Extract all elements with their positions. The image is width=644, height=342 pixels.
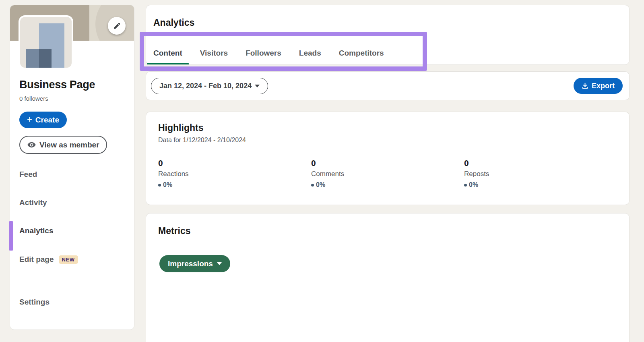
delta-dot-icon — [464, 184, 467, 187]
delta-value: 0% — [163, 181, 172, 189]
stat-value: 0 — [158, 158, 311, 168]
stat-label: Comments — [311, 170, 464, 178]
sidebar-item-settings[interactable]: Settings — [19, 298, 50, 307]
delta-dot-icon — [311, 184, 314, 187]
create-button[interactable]: + Create — [19, 112, 67, 128]
sidebar-item-analytics[interactable]: Analytics — [19, 226, 53, 235]
analytics-tabs: Content Visitors Followers Leads Competi… — [147, 41, 395, 64]
metrics-card: Metrics Impressions — [146, 213, 629, 342]
export-button[interactable]: Export — [574, 78, 623, 94]
tab-label: Content — [153, 49, 182, 58]
tab-competitors[interactable]: Competitors — [332, 41, 390, 64]
export-button-label: Export — [592, 82, 615, 90]
page-title: Business Page — [19, 79, 95, 91]
tab-label: Visitors — [200, 49, 228, 58]
page-logo — [20, 17, 72, 68]
download-icon — [582, 83, 588, 89]
metrics-title: Metrics — [158, 226, 617, 236]
stat-label: Reposts — [464, 170, 617, 178]
stat-reposts: 0 Reposts 0% — [464, 158, 617, 189]
tab-label: Competitors — [339, 49, 384, 58]
stat-delta: 0% — [464, 181, 617, 189]
sidebar-item-label: Edit page — [19, 255, 54, 264]
stat-value: 0 — [311, 158, 464, 168]
sidebar-item-activity[interactable]: Activity — [19, 198, 47, 207]
page-sidebar-card: Business Page 0 followers + Create View … — [10, 5, 134, 330]
sidebar-divider — [19, 281, 125, 281]
view-as-member-button[interactable]: View as member — [19, 136, 107, 154]
highlights-title: Highlights — [158, 122, 617, 133]
tab-leads[interactable]: Leads — [293, 41, 328, 64]
sidebar-item-label: Feed — [19, 170, 37, 179]
stat-delta: 0% — [158, 181, 311, 189]
active-nav-indicator — [9, 221, 13, 251]
followers-count: 0 followers — [19, 95, 48, 102]
stat-label: Reactions — [158, 170, 311, 178]
delta-dot-icon — [158, 184, 161, 187]
highlights-stats-row: 0 Reactions 0% 0 Comments 0% 0 Reposts 0… — [158, 158, 617, 189]
sidebar-item-label: Settings — [19, 298, 50, 307]
date-range-dropdown[interactable]: Jan 12, 2024 - Feb 10, 2024 — [151, 78, 268, 94]
tab-label: Leads — [299, 49, 321, 58]
tab-followers[interactable]: Followers — [239, 41, 288, 64]
sidebar-item-feed[interactable]: Feed — [19, 170, 37, 179]
stat-delta: 0% — [311, 181, 464, 189]
plus-icon: + — [27, 115, 32, 124]
highlights-card: Highlights Data for 1/12/2024 - 2/10/202… — [146, 112, 629, 205]
metric-selector-dropdown[interactable]: Impressions — [159, 255, 230, 272]
view-as-member-label: View as member — [39, 141, 99, 149]
analytics-header-card: Analytics Content Visitors Followers Lea… — [146, 5, 629, 64]
delta-value: 0% — [469, 181, 478, 189]
eye-icon — [27, 140, 36, 149]
date-range-label: Jan 12, 2024 - Feb 10, 2024 — [159, 82, 252, 90]
tab-label: Followers — [246, 49, 281, 58]
delta-value: 0% — [316, 181, 325, 189]
edit-cover-button[interactable] — [108, 17, 126, 35]
chevron-down-icon — [217, 262, 222, 265]
highlights-subtitle: Data for 1/12/2024 - 2/10/2024 — [158, 137, 617, 144]
logo-bar-overlap — [39, 49, 52, 68]
chevron-down-icon — [255, 85, 260, 87]
sidebar-item-edit-page[interactable]: Edit page NEW — [19, 255, 78, 264]
sidebar-item-label: Activity — [19, 198, 47, 207]
pencil-icon — [113, 22, 121, 30]
date-export-bar: Jan 12, 2024 - Feb 10, 2024 Export — [146, 72, 629, 100]
sidebar-item-label: Analytics — [19, 226, 53, 235]
analytics-title: Analytics — [153, 17, 194, 28]
create-button-label: Create — [35, 116, 59, 124]
stat-reactions: 0 Reactions 0% — [158, 158, 311, 189]
metric-selector-label: Impressions — [168, 259, 213, 268]
stat-value: 0 — [464, 158, 617, 168]
new-badge: NEW — [59, 255, 78, 264]
tab-visitors[interactable]: Visitors — [194, 41, 234, 64]
stat-comments: 0 Comments 0% — [311, 158, 464, 189]
tab-content[interactable]: Content — [147, 41, 189, 64]
